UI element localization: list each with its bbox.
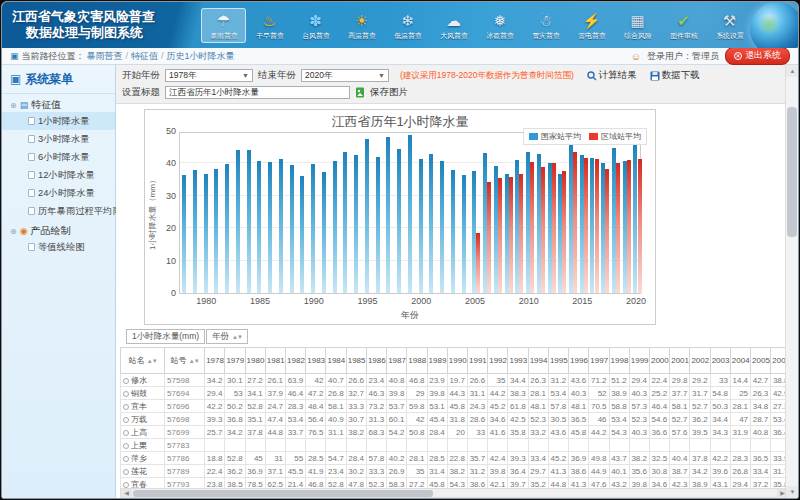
station-name-cell[interactable]: 万载 [121, 413, 165, 426]
station-name-cell[interactable]: 萍乡 [121, 452, 165, 465]
sidebar-item[interactable]: 24小时降水量 [2, 184, 115, 202]
year-sort-box[interactable]: 年份▲▼ [206, 329, 248, 344]
year-column-header[interactable]: 1981 [265, 348, 285, 374]
toolbar-item-4[interactable]: ☀高温普查 [339, 8, 384, 43]
save-image-button[interactable]: 保存图片 [370, 86, 408, 99]
year-column-header[interactable]: 2005 [751, 348, 771, 374]
scroll-down-icon[interactable]: ▼ [786, 486, 799, 498]
year-column-header[interactable]: 2006 [771, 348, 785, 374]
year-column-header[interactable]: 2001 [670, 348, 690, 374]
scroll-right-icon[interactable]: ▶ [777, 489, 785, 498]
table-row[interactable]: 万载5769839.336.835.147.453.456.440.930.73… [121, 413, 786, 426]
toolbar-item-3[interactable]: ✽台风普查 [293, 8, 338, 43]
year-column-header[interactable]: 2000 [649, 348, 669, 374]
calculate-button[interactable]: 计算结果 [587, 69, 637, 82]
station-name-cell[interactable]: 铜鼓 [121, 387, 165, 400]
expander-icon[interactable]: ⊕ [10, 101, 17, 110]
sidebar-item[interactable]: 6小时降水量 [2, 148, 115, 166]
year-column-header[interactable]: 1996 [569, 348, 589, 374]
sidebar-group-2[interactable]: ⊕◉产品绘制 [2, 220, 115, 238]
start-year-select[interactable]: 1978年▼ [165, 69, 253, 82]
year-column-header[interactable]: 1999 [629, 348, 649, 374]
year-column-header[interactable]: 1995 [548, 348, 568, 374]
radio-icon[interactable] [123, 430, 129, 436]
chart-title-input[interactable] [165, 86, 350, 99]
sidebar-item[interactable]: 3小时降水量 [2, 130, 115, 148]
radio-icon[interactable] [123, 378, 129, 384]
table-row[interactable]: 宜丰5769642.250.252.824.728.348.458.133.37… [121, 400, 786, 413]
breadcrumb-item[interactable]: 历史1小时降水量 [167, 51, 235, 61]
toolbar-item-6[interactable]: ☁大风普查 [431, 8, 476, 43]
year-column-header[interactable]: 1993 [508, 348, 528, 374]
radio-icon[interactable] [123, 456, 129, 462]
logout-button[interactable]: ✕ 退出系统 [725, 47, 790, 65]
hscroll-thumb[interactable] [133, 490, 433, 497]
radio-icon[interactable] [123, 469, 129, 475]
year-column-header[interactable]: 2002 [690, 348, 710, 374]
scroll-left-icon[interactable]: ◀ [121, 489, 132, 498]
year-column-header[interactable]: 1986 [366, 348, 386, 374]
year-column-header[interactable]: 1982 [286, 348, 306, 374]
year-column-header[interactable]: 1978 [205, 348, 225, 374]
year-column-header[interactable]: 1997 [589, 348, 609, 374]
year-column-header[interactable]: 1984 [326, 348, 346, 374]
radio-icon[interactable] [123, 443, 129, 449]
sidebar-item[interactable]: 12小时降水量 [2, 166, 115, 184]
radio-icon[interactable] [123, 404, 129, 410]
station-name-cell[interactable]: 宜丰 [121, 400, 165, 413]
sidebar-item[interactable]: 等值线绘图 [2, 238, 115, 256]
table-row[interactable]: 修水5759834.230.127.226.163.94240.726.623.… [121, 374, 786, 387]
breadcrumb-item[interactable]: 特征值 [131, 51, 158, 61]
toolbar-item-9[interactable]: ⚡雷电普查 [569, 8, 614, 43]
year-column-header[interactable]: 1990 [447, 348, 467, 374]
toolbar-item-8[interactable]: ☃雪灾普查 [523, 8, 568, 43]
year-column-header[interactable]: 1992 [488, 348, 508, 374]
column-header[interactable]: 站名 ▲▼ [121, 348, 165, 374]
toolbar-item-2[interactable]: ♨干旱普查 [247, 8, 292, 43]
station-name-cell[interactable]: 修水 [121, 374, 165, 387]
radio-icon[interactable] [123, 482, 129, 488]
horizontal-scrollbar[interactable]: ◀ ▶ [120, 488, 785, 498]
column-header[interactable]: 站号 ▲▼ [165, 348, 205, 374]
radio-icon[interactable] [123, 417, 129, 423]
year-column-header[interactable]: 1998 [609, 348, 629, 374]
year-column-header[interactable]: 2003 [710, 348, 730, 374]
sidebar-item[interactable]: 1小时降水量 [2, 112, 115, 130]
breadcrumb-item[interactable]: 暴雨普查 [87, 51, 123, 61]
table-row[interactable]: 莲花5778922.436.236.937.145.541.923.430.23… [121, 465, 786, 478]
year-column-header[interactable]: 1983 [306, 348, 326, 374]
table-row[interactable]: 铜鼓5769429.45334.137.946.447.226.832.746.… [121, 387, 786, 400]
expander-icon[interactable]: ⊕ [10, 227, 17, 236]
station-name-cell[interactable]: 上栗 [121, 439, 165, 452]
toolbar-item-11[interactable]: ✔图件审核 [661, 8, 706, 43]
toolbar-item-5[interactable]: ❄低温普查 [385, 8, 430, 43]
scroll-up-icon[interactable]: ▲ [786, 65, 799, 77]
table-row[interactable]: 上高5769925.734.237.844.833.776.531.138.26… [121, 426, 786, 439]
year-column-header[interactable]: 1987 [387, 348, 407, 374]
sort-icon[interactable]: ▲▼ [147, 358, 157, 364]
year-column-header[interactable]: 1988 [407, 348, 427, 374]
radio-icon[interactable] [123, 391, 129, 397]
year-column-header[interactable]: 1980 [245, 348, 265, 374]
year-column-header[interactable]: 1994 [528, 348, 548, 374]
year-column-header[interactable]: 1991 [468, 348, 488, 374]
vertical-scrollbar[interactable]: ▲ ▼ [785, 65, 798, 498]
sidebar-item[interactable]: 历年暴雨过程平均雨量 [2, 202, 115, 220]
year-column-header[interactable]: 1985 [346, 348, 366, 374]
download-button[interactable]: 数据下载 [650, 69, 700, 82]
table-row[interactable]: 上栗57783 [121, 439, 786, 452]
year-column-header[interactable]: 1989 [427, 348, 447, 374]
station-name-cell[interactable]: 上高 [121, 426, 165, 439]
station-name-cell[interactable]: 莲花 [121, 465, 165, 478]
toolbar-item-10[interactable]: ▦综合风险 [615, 8, 660, 43]
table-row[interactable]: 萍乡5778618.852.845315528.554.728.457.840.… [121, 452, 786, 465]
toolbar-item-1[interactable]: ☂暴雨普查 [201, 8, 246, 43]
sort-icon[interactable]: ▲▼ [189, 358, 199, 364]
year-column-header[interactable]: 1979 [225, 348, 245, 374]
year-column-header[interactable]: 2004 [730, 348, 750, 374]
toolbar-item-12[interactable]: ⚒系统设置 [707, 8, 752, 43]
sidebar-group-1[interactable]: ⊕▤特征值 [2, 94, 115, 112]
end-year-select[interactable]: 2020年▼ [301, 69, 389, 82]
vscroll-thumb[interactable] [787, 107, 797, 237]
toolbar-item-7[interactable]: ❅冰雹普查 [477, 8, 522, 43]
